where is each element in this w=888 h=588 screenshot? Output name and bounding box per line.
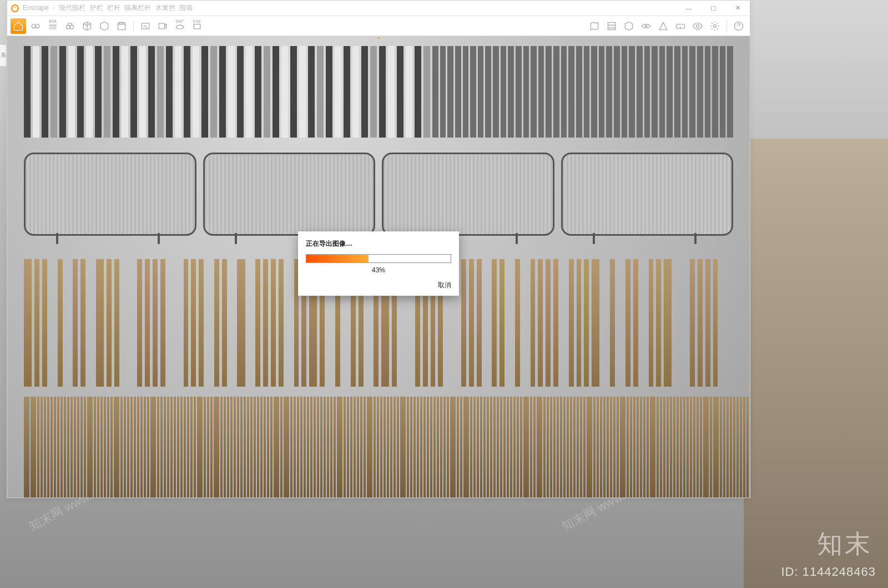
title-part: 现代围栏 [59,4,85,12]
barrier-panel [561,153,734,236]
titlebar-text: Enscape - 现代围栏 护栏 栏杆 隔离栏杆 木篱笆 围墙 [23,3,195,13]
clapper-icon[interactable] [114,18,129,34]
fence-row-barriers [24,153,733,236]
assets-icon[interactable] [604,18,619,34]
map-icon[interactable] [587,18,602,34]
svg-point-14 [697,24,699,27]
svg-point-8 [176,25,183,29]
svg-point-12 [645,25,647,27]
app-logo-icon [11,4,19,13]
title-part: 围墙 [179,4,193,12]
bim-icon[interactable]: BIM [45,18,60,34]
fence-row-wood-dense [24,397,733,498]
window-controls: — ▢ ✕ [677,1,750,16]
export-360-icon[interactable]: 360° [172,18,188,34]
cube-a-icon[interactable] [79,18,95,34]
svg-point-3 [66,25,70,29]
svg-point-1 [32,24,36,28]
render-viewport[interactable]: ⌃ 正在导出图像… 43% 取消 [7,36,750,498]
progress-fill [306,255,369,262]
home-icon[interactable] [11,18,26,34]
left-edge-panel: 系 [0,44,7,67]
title-part: 隔离栏杆 [124,4,151,12]
cube-icon[interactable] [97,18,112,34]
export-video-icon[interactable] [155,18,170,34]
fov-icon[interactable] [655,18,671,34]
orbit-icon[interactable] [638,18,654,34]
progress-percent: 43% [306,266,451,274]
enscape-window: Enscape - 现代围栏 护栏 栏杆 隔离栏杆 木篱笆 围墙 — ▢ ✕ B… [7,0,750,498]
window-maximize-button[interactable]: ▢ [701,1,725,16]
chevron-up-icon[interactable]: ⌃ [376,36,381,44]
svg-rect-9 [194,24,200,28]
title-part: 栏杆 [107,4,120,12]
svg-rect-5 [118,24,125,29]
window-minimize-button[interactable]: — [677,1,701,16]
app-name: Enscape [23,4,49,12]
barrier-panel [24,153,196,236]
export-image-icon[interactable] [138,18,153,34]
toolbar: BIM 360° EXE [7,16,750,36]
svg-rect-7 [159,23,164,29]
svg-point-11 [642,24,650,28]
progress-bar [306,254,451,263]
svg-point-4 [70,25,74,29]
vr-icon[interactable] [673,18,688,34]
svg-point-2 [36,24,39,28]
svg-rect-10 [608,22,615,29]
barrier-panel [382,153,554,236]
link-icon[interactable] [28,18,43,34]
binoculars-icon[interactable] [62,18,78,34]
cancel-button[interactable]: 取消 [306,281,451,290]
eye-icon[interactable] [690,18,705,34]
window-close-button[interactable]: ✕ [725,1,750,16]
object-icon[interactable] [621,18,637,34]
gear-icon[interactable] [707,18,723,34]
export-exe-icon[interactable]: EXE [189,18,205,34]
title-part: 木篱笆 [155,4,175,12]
export-progress-dialog: 正在导出图像… 43% 取消 [298,231,459,296]
dialog-title: 正在导出图像… [306,239,451,249]
svg-point-0 [12,5,18,12]
titlebar: Enscape - 现代围栏 护栏 栏杆 隔离栏杆 木篱笆 围墙 — ▢ ✕ [7,1,750,16]
title-part: 护栏 [90,4,103,12]
help-icon[interactable] [731,18,746,34]
barrier-panel [203,153,376,236]
svg-point-15 [714,24,717,27]
fence-row-metal [24,46,733,138]
